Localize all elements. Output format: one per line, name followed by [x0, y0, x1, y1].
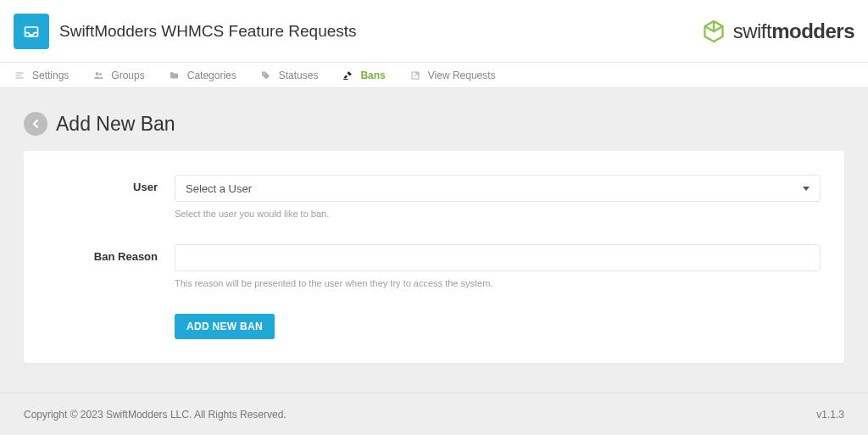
brand-logo[interactable]: swiftmodders	[701, 19, 854, 44]
reason-help-text: This reason will be presented to the use…	[175, 278, 821, 288]
nav-label: Settings	[32, 70, 69, 81]
user-row: User Select a User Select the user you w…	[47, 175, 821, 219]
nav-label: View Requests	[428, 70, 496, 81]
reason-row: Ban Reason This reason will be presented…	[47, 244, 821, 288]
inbox-icon	[23, 23, 40, 40]
menu-icon	[14, 70, 25, 81]
nav-groups[interactable]: Groups	[92, 70, 144, 81]
nav-label: Bans	[360, 70, 385, 81]
nav-settings[interactable]: Settings	[14, 70, 69, 81]
nav-label: Categories	[187, 70, 236, 81]
svg-point-2	[99, 73, 102, 75]
nav-bans[interactable]: Bans	[342, 70, 385, 81]
nav-view-requests[interactable]: View Requests	[409, 70, 496, 81]
navbar: Settings Groups Categories Statuses Bans…	[0, 63, 868, 88]
chevron-down-icon	[803, 187, 810, 191]
user-label: User	[47, 175, 175, 219]
svg-point-3	[264, 73, 265, 75]
svg-point-1	[96, 72, 99, 75]
brand-text: swiftmodders	[733, 20, 854, 43]
folder-icon	[169, 70, 181, 81]
user-select[interactable]: Select a User	[175, 175, 821, 202]
tag-icon	[260, 70, 272, 81]
user-help-text: Select the user you would like to ban.	[175, 209, 821, 219]
app-title: SwiftModders WHMCS Feature Requests	[59, 22, 357, 41]
footer-version: v1.1.3	[816, 409, 844, 421]
reason-input[interactable]	[175, 244, 821, 271]
gavel-icon	[342, 70, 353, 81]
footer: Copyright © 2023 SwiftModders LLC. All R…	[0, 393, 868, 435]
topbar-left: SwiftModders WHMCS Feature Requests	[14, 14, 357, 49]
svg-rect-4	[343, 79, 348, 80]
page-title: Add New Ban	[56, 113, 175, 136]
nav-statuses[interactable]: Statuses	[260, 70, 319, 81]
footer-copyright: Copyright © 2023 SwiftModders LLC. All R…	[24, 409, 287, 421]
topbar: SwiftModders WHMCS Feature Requests swif…	[0, 0, 868, 63]
submit-row: ADD NEW BAN	[47, 314, 821, 339]
arrow-left-icon	[29, 117, 42, 131]
user-select-placeholder: Select a User	[186, 182, 252, 195]
users-icon	[92, 70, 104, 81]
external-icon	[409, 70, 421, 81]
nav-categories[interactable]: Categories	[169, 70, 236, 81]
back-button[interactable]	[24, 112, 47, 136]
form-card: User Select a User Select the user you w…	[24, 151, 844, 363]
page-header: Add New Ban	[0, 88, 868, 151]
nav-label: Statuses	[279, 70, 319, 81]
add-new-ban-button[interactable]: ADD NEW BAN	[175, 314, 275, 339]
nav-label: Groups	[111, 70, 144, 81]
cube-icon	[701, 19, 726, 44]
app-logo[interactable]	[14, 14, 49, 49]
reason-label: Ban Reason	[47, 244, 175, 288]
